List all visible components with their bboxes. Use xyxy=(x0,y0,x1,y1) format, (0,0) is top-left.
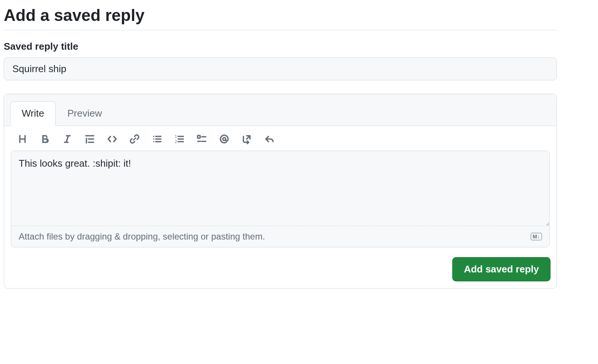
tab-preview[interactable]: Preview xyxy=(56,101,113,126)
svg-rect-5 xyxy=(198,135,200,138)
italic-icon[interactable] xyxy=(62,133,73,145)
saved-reply-icon[interactable] xyxy=(263,133,275,145)
unordered-list-icon[interactable] xyxy=(151,133,163,145)
bold-icon[interactable] xyxy=(39,133,50,145)
title-label: Saved reply title xyxy=(4,41,557,52)
tasklist-icon[interactable] xyxy=(196,133,207,145)
title-input[interactable] xyxy=(4,58,557,80)
cross-reference-icon[interactable] xyxy=(241,133,252,145)
body-area: Attach files by dragging & dropping, sel… xyxy=(11,151,550,247)
page-title: Add a saved reply xyxy=(4,6,557,30)
markdown-icon[interactable]: M↓ xyxy=(531,233,542,240)
editor-tabs: Write Preview xyxy=(4,94,557,126)
mention-icon[interactable] xyxy=(219,133,230,145)
editor-toolbar: 12 xyxy=(4,126,557,151)
svg-point-0 xyxy=(153,136,155,137)
editor-container: Write Preview xyxy=(4,94,557,289)
code-icon[interactable] xyxy=(107,133,118,145)
svg-point-2 xyxy=(153,141,155,142)
add-saved-reply-button[interactable]: Add saved reply xyxy=(452,257,551,281)
ordered-list-icon[interactable]: 12 xyxy=(174,133,185,145)
body-textarea[interactable] xyxy=(11,151,549,226)
link-icon[interactable] xyxy=(129,133,140,145)
heading-icon[interactable] xyxy=(17,133,28,145)
svg-text:1: 1 xyxy=(175,134,177,139)
svg-point-1 xyxy=(153,138,155,140)
svg-text:2: 2 xyxy=(175,139,177,144)
quote-icon[interactable] xyxy=(84,133,95,145)
tab-write[interactable]: Write xyxy=(10,101,56,126)
attach-files-row[interactable]: Attach files by dragging & dropping, sel… xyxy=(11,226,549,247)
attach-hint-text: Attach files by dragging & dropping, sel… xyxy=(19,231,265,242)
